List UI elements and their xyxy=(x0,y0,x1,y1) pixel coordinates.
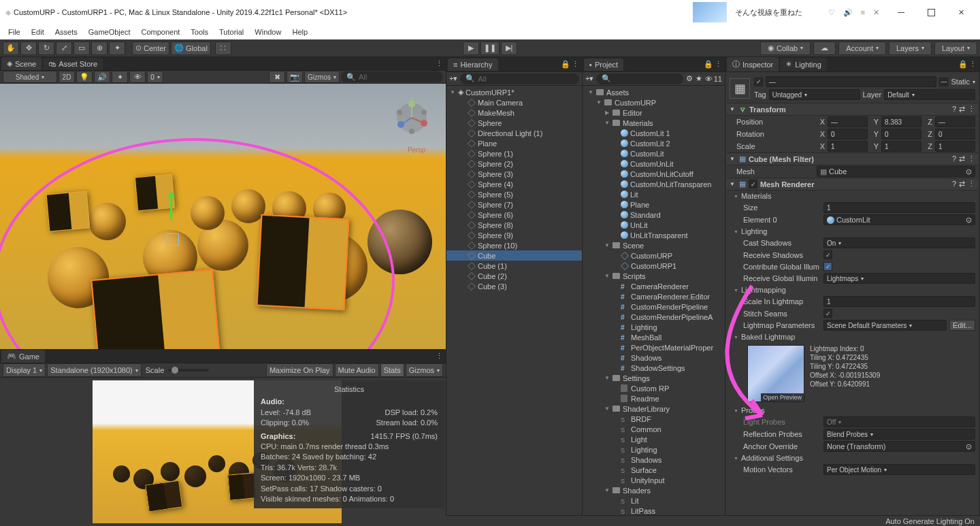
project-item[interactable]: UnLitTransparent xyxy=(583,230,725,240)
meshfilter-header[interactable]: ▼▦Cube (Mesh Filter)?⇄⋮ xyxy=(727,152,978,165)
hierarchy-item[interactable]: Cube xyxy=(446,250,582,261)
layers-button[interactable]: Layers xyxy=(889,42,932,55)
project-item[interactable]: ▼CustomURP xyxy=(583,97,725,108)
speaker-icon[interactable]: 🔊 xyxy=(843,8,853,17)
project-item[interactable]: LitPass xyxy=(583,506,725,515)
project-item[interactable]: ▼Scene xyxy=(583,240,725,250)
cloud-button[interactable]: ☁ xyxy=(813,42,836,55)
pos-z[interactable]: — xyxy=(935,116,975,127)
audio-toggle[interactable]: 🔊 xyxy=(94,71,110,83)
hand-tool[interactable]: ✋ xyxy=(3,42,19,55)
project-item[interactable]: ▶Editor xyxy=(583,108,725,118)
asset-store-tab[interactable]: 🛍Asset Store xyxy=(43,58,103,70)
game-tab[interactable]: 🎮Game xyxy=(1,350,45,363)
transform-header[interactable]: ▼⛛Transform?⇄⋮ xyxy=(727,103,978,116)
hidden-count[interactable]: 0 xyxy=(147,71,163,83)
meshrenderer-header[interactable]: ▼▦Mesh Renderer?⇄⋮ xyxy=(727,178,978,191)
proj-menu-icon[interactable]: ⋮ xyxy=(715,60,722,69)
maximize-button[interactable] xyxy=(917,3,945,22)
project-item[interactable]: CustomUnLitCutoff xyxy=(583,169,725,179)
project-item[interactable]: CustomLit xyxy=(583,148,725,159)
project-item[interactable]: CustomURP1 xyxy=(583,261,725,271)
motion-vectors[interactable]: Per Object Motion xyxy=(823,464,975,475)
project-search[interactable]: 🔍 xyxy=(596,73,683,84)
project-item[interactable]: Standard xyxy=(583,210,725,220)
mesh-field[interactable]: ▦Cube⊙ xyxy=(817,166,975,177)
stitch-seams[interactable] xyxy=(823,309,832,318)
rot-z[interactable]: 0 xyxy=(935,129,975,139)
menu-help[interactable]: Help xyxy=(288,27,312,37)
game-gizmos[interactable]: Gizmos xyxy=(406,363,443,377)
project-item[interactable]: Shadows xyxy=(583,455,725,465)
custom-tool[interactable]: ✦ xyxy=(109,42,125,55)
lighting-toggle[interactable]: 💡 xyxy=(76,71,93,83)
scene-root[interactable]: ▼◈CustomURP1* xyxy=(446,87,582,97)
lm-params[interactable]: Scene Default Parameters xyxy=(823,320,947,331)
receive-shadows[interactable] xyxy=(823,250,832,259)
project-item[interactable]: Plane xyxy=(583,199,725,210)
scene-tab[interactable]: ◈Scene xyxy=(1,57,42,70)
rotate-tool[interactable]: ↻ xyxy=(38,42,54,55)
layer-dropdown[interactable]: Default xyxy=(884,89,975,100)
lighting-header[interactable]: Lighting xyxy=(727,226,978,237)
transform-tool[interactable]: ⊕ xyxy=(91,42,108,55)
mute-toggle[interactable]: Mute Audio xyxy=(335,363,379,377)
step-button[interactable]: ▶| xyxy=(501,42,517,55)
project-item[interactable]: CustomLit 1 xyxy=(583,128,725,138)
preset-icon[interactable]: ⇄ xyxy=(959,105,965,114)
menu-assets[interactable]: Assets xyxy=(51,27,82,37)
project-tab[interactable]: ▪Project xyxy=(584,59,623,71)
static-checkbox[interactable]: — xyxy=(939,78,948,86)
hierarchy-item[interactable]: Sphere (4) xyxy=(446,179,582,189)
heart-icon[interactable]: ♡ xyxy=(828,8,835,17)
mode-2d[interactable]: 2D xyxy=(59,71,75,83)
game-tab-menu-icon[interactable]: ⋮ xyxy=(436,352,443,361)
anchor-override[interactable]: None (Transform)⊙ xyxy=(823,441,975,452)
project-item[interactable]: ▼Settings xyxy=(583,373,725,383)
additional-header[interactable]: Additional Settings xyxy=(727,453,978,463)
project-item[interactable]: CustomURP xyxy=(583,250,725,261)
maximize-toggle[interactable]: Maximize On Play xyxy=(266,363,333,377)
project-item[interactable]: Lighting xyxy=(583,444,725,455)
hierarchy-item[interactable]: MakeMesh xyxy=(446,108,582,118)
menu-tools[interactable]: Tools xyxy=(186,27,212,37)
hierarchy-item[interactable]: Sphere (2) xyxy=(446,159,582,169)
insp-lock-icon[interactable]: 🔒 xyxy=(958,60,968,69)
hierarchy-item[interactable]: Sphere (10) xyxy=(446,240,582,250)
project-item[interactable]: ▼Assets xyxy=(583,87,725,97)
play-button[interactable]: ▶ xyxy=(463,42,479,55)
grid-toggle[interactable]: ✖ xyxy=(269,71,285,83)
menu-tutorial[interactable]: Tutorial xyxy=(215,27,248,37)
hierarchy-item[interactable]: Sphere (3) xyxy=(446,169,582,179)
mat-element0[interactable]: CustomLit⊙ xyxy=(823,214,975,225)
probes-header[interactable]: Probes xyxy=(727,405,978,416)
list-icon[interactable]: ≡ xyxy=(861,8,865,16)
project-item[interactable]: UnityInput xyxy=(583,475,725,485)
menu-edit[interactable]: Edit xyxy=(27,27,48,37)
name-field[interactable]: — xyxy=(766,76,936,87)
project-item[interactable]: Readme xyxy=(583,393,725,404)
hierarchy-item[interactable]: Plane xyxy=(446,138,582,148)
move-tool[interactable]: ✥ xyxy=(20,42,37,55)
hierarchy-item[interactable]: Sphere (9) xyxy=(446,230,582,240)
proj-add-icon[interactable]: +▾ xyxy=(585,74,593,83)
pause-button[interactable]: ❚❚ xyxy=(480,42,500,55)
lighting-window-tab[interactable]: ☀Lighting xyxy=(780,58,827,71)
account-button[interactable]: Account xyxy=(838,42,886,55)
project-item[interactable]: ▼ShaderLibrary xyxy=(583,404,725,414)
hierarchy-item[interactable]: Sphere (6) xyxy=(446,210,582,220)
scale-slider[interactable] xyxy=(168,369,209,372)
close-media-icon[interactable]: ✕ xyxy=(873,8,879,17)
hierarchy-item[interactable]: Cube (2) xyxy=(446,271,582,281)
minimize-button[interactable] xyxy=(887,3,915,22)
project-item[interactable]: MeshBall xyxy=(583,332,725,342)
hierarchy-item[interactable]: Sphere xyxy=(446,118,582,128)
scale-tool[interactable]: ⤢ xyxy=(56,42,72,55)
hidden-icon[interactable]: 👁11 xyxy=(705,75,722,83)
light-probes[interactable]: Off xyxy=(823,416,975,427)
add-icon[interactable]: +▾ xyxy=(449,74,457,83)
gizmos-toggle[interactable]: Gizmos xyxy=(304,71,340,83)
tab-menu-icon[interactable]: ⋮ xyxy=(436,59,443,68)
project-item[interactable]: ▼Scripts xyxy=(583,271,725,281)
baked-header[interactable]: Baked Lightmap xyxy=(727,331,978,342)
